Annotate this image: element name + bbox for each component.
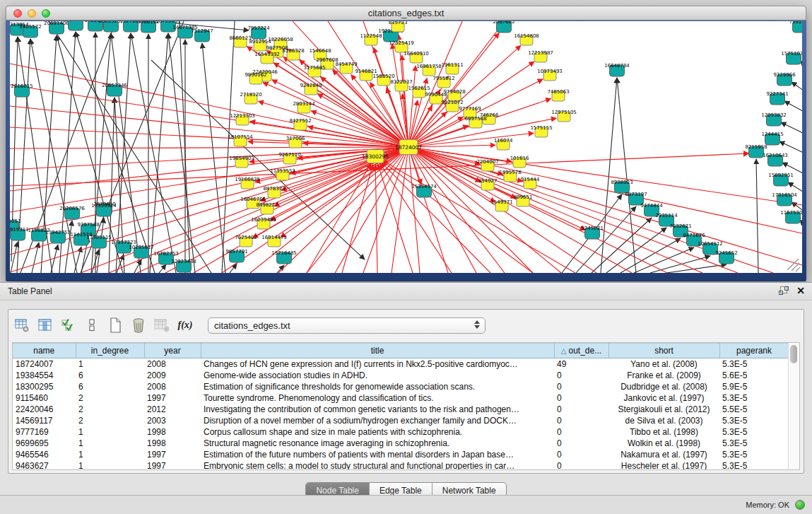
table-cell[interactable]: 6	[76, 370, 144, 381]
network-node[interactable]: 12213303	[230, 113, 255, 125]
table-panel-header[interactable]: Table Panel ✕	[0, 283, 812, 300]
table-cell[interactable]: 5.6E-5	[719, 370, 789, 381]
table-cell[interactable]: 22420046	[13, 404, 76, 415]
table-cell[interactable]: Jankovic et al. (1997)	[608, 392, 719, 404]
resize-grip[interactable]	[787, 259, 800, 271]
network-node[interactable]: 16914479	[261, 235, 287, 247]
memory-status-button[interactable]: Memory: OK	[746, 501, 789, 509]
network-node[interactable]: 9915311	[10, 227, 29, 240]
table-cell[interactable]: Yano et al. (2008)	[608, 358, 719, 370]
network-node[interactable]: 16039489	[251, 217, 276, 229]
window-titlebar[interactable]: citations_edges.txt	[6, 6, 806, 21]
network-node[interactable]: 18107554	[228, 134, 253, 146]
table-cell[interactable]: 2	[76, 415, 144, 426]
network-node[interactable]: 1575155	[530, 125, 552, 137]
network-node[interactable]: 2087682	[493, 21, 514, 33]
network-node[interactable]: 9242848	[300, 83, 322, 95]
network-node[interactable]: 809651	[514, 194, 533, 206]
network-node[interactable]: 9245652	[715, 250, 737, 264]
network-node[interactable]: 9227341	[766, 91, 788, 105]
table-row[interactable]: 946554611997Estimation of the future num…	[13, 449, 789, 460]
table-cell[interactable]: 2	[76, 392, 144, 404]
column-header-name[interactable]: name	[13, 344, 76, 358]
table-cell[interactable]: 6	[76, 381, 144, 392]
network-node[interactable]: 7485063	[547, 89, 569, 101]
table-cell[interactable]: Nakamura et al. (1997)	[608, 449, 719, 460]
network-node[interactable]: 19166825	[235, 177, 260, 189]
table-cell[interactable]: Disruption of a novel member of a sodium…	[201, 415, 554, 426]
table-cell[interactable]: 5.3E-5	[719, 415, 789, 426]
table-cell[interactable]: 1	[76, 358, 144, 370]
column-header-year[interactable]: year	[144, 344, 201, 358]
table-cell[interactable]: de Silva et al. (2003)	[608, 415, 719, 426]
network-node[interactable]: 2616015	[11, 83, 33, 97]
network-node[interactable]: 8660123	[229, 35, 251, 47]
table-cell[interactable]: 9465546	[13, 449, 76, 460]
network-canvas[interactable]: 9313054240557220691406881305414051721065…	[10, 21, 802, 273]
table-scrollbar-thumb[interactable]	[790, 345, 797, 363]
float-panel-icon[interactable]	[779, 286, 787, 295]
network-node[interactable]: 8813054	[64, 21, 87, 30]
table-row[interactable]: 977716911998Corpus callosum shape and si…	[13, 426, 789, 438]
network-node[interactable]: 2718120	[240, 92, 261, 104]
table-cell[interactable]: 2009	[144, 370, 201, 381]
table-cell[interactable]: Estimation of the future numbers of pati…	[201, 449, 554, 460]
table-cell[interactable]: Investigating the contribution of common…	[201, 404, 554, 415]
table-cell[interactable]: Hescheler et al. (1997)	[608, 460, 719, 470]
column-header-in-degree[interactable]: in_degree	[76, 344, 144, 358]
table-cell[interactable]: 0	[554, 460, 608, 470]
network-node[interactable]: 12975105	[551, 110, 577, 122]
function-builder-icon[interactable]: f(x)	[177, 317, 193, 333]
network-node[interactable]: 20691406	[44, 21, 69, 34]
network-node[interactable]: 15354574	[411, 184, 437, 197]
table-cell[interactable]: 0	[554, 370, 608, 381]
table-cell[interactable]: 1997	[144, 392, 201, 404]
table-cell[interactable]: 9777169	[13, 426, 76, 438]
table-cell[interactable]: Tibbo et al. (1998)	[608, 426, 719, 438]
table-cell[interactable]: 1998	[144, 426, 201, 438]
table-cell[interactable]: 5.5E-5	[719, 404, 789, 415]
network-node[interactable]: 10973493	[537, 69, 563, 81]
network-node[interactable]: 11675304	[780, 210, 802, 223]
table-cell[interactable]: 2008	[144, 358, 201, 370]
table-cell[interactable]: 0	[554, 426, 608, 438]
network-node[interactable]: 9857791	[225, 249, 247, 262]
network-node[interactable]: 9245021	[581, 226, 603, 239]
network-node[interactable]: 12093832	[761, 112, 787, 126]
delete-entries-icon[interactable]	[131, 317, 146, 333]
column-header-title[interactable]: title	[201, 344, 554, 358]
table-cell[interactable]: 18300295	[13, 381, 76, 392]
table-cell[interactable]: 1	[76, 438, 144, 449]
table-cell[interactable]: Genome-wide association studies in ADHD.	[201, 370, 554, 381]
network-node[interactable]: 16648784	[604, 63, 630, 76]
table-cell[interactable]: 19384554	[13, 370, 76, 381]
table-scrollbar[interactable]	[788, 343, 799, 469]
close-panel-icon[interactable]: ✕	[796, 286, 805, 296]
table-cell[interactable]: 1	[76, 460, 144, 470]
network-node[interactable]: 101616	[510, 156, 529, 168]
table-cell[interactable]: 18724007	[13, 358, 76, 370]
network-node[interactable]: 13942757	[45, 230, 71, 243]
table-row[interactable]: 969969511998Structural magnetic resonanc…	[13, 438, 789, 449]
network-node[interactable]: 7625402	[235, 235, 257, 247]
table-cell[interactable]: 1	[76, 426, 144, 438]
table-cell[interactable]: 1997	[144, 449, 201, 460]
table-cell[interactable]: 5.3E-5	[719, 426, 789, 438]
table-cell[interactable]: Structural magnetic resonance image aver…	[201, 438, 554, 449]
network-node[interactable]: 7512947	[191, 28, 213, 42]
clear-selection-icon[interactable]	[84, 317, 100, 333]
network-node[interactable]: 16640910	[404, 51, 429, 63]
network-node[interactable]: 16210643	[763, 153, 788, 166]
table-cell[interactable]: 5.3E-5	[719, 449, 789, 460]
table-cell[interactable]: Dudbridge et al. (2008)	[608, 381, 719, 392]
table-cell[interactable]: 0	[554, 415, 608, 426]
column-header-short[interactable]: short	[608, 344, 719, 358]
network-node[interactable]: 1122548	[360, 33, 382, 45]
table-cell[interactable]: 0	[554, 404, 608, 415]
table-row[interactable]: 946362711997Embryonic stem cells: a mode…	[13, 460, 789, 470]
network-node[interactable]: 16961758	[416, 64, 442, 76]
table-cell[interactable]: 5.3E-5	[719, 358, 789, 370]
network-node[interactable]: 7531114	[789, 21, 802, 33]
network-node[interactable]: 1549371	[490, 199, 512, 211]
table-cell[interactable]: Stergiakouli et al. (2012)	[608, 404, 719, 415]
